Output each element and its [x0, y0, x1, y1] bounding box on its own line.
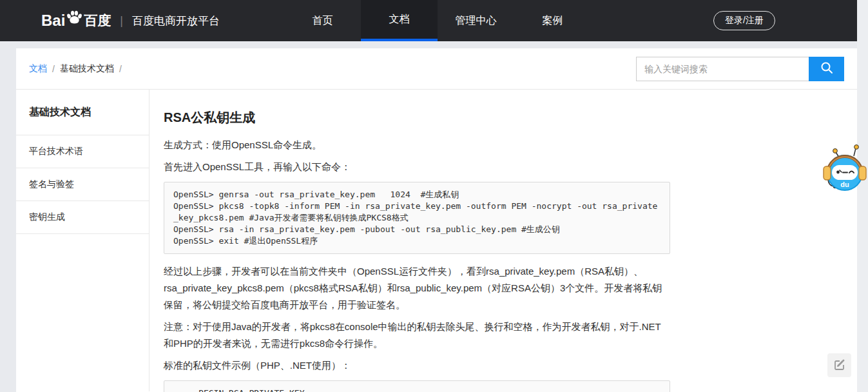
body-row: 基础技术文档 平台技术术语 签名与验签 密钥生成 RSA公私钥生成 生成方式：使…: [16, 90, 857, 391]
docs-sidebar: 基础技术文档 平台技术术语 签名与验签 密钥生成: [16, 90, 149, 391]
nav-item-management[interactable]: 管理中心: [438, 0, 514, 41]
code-block-private-key: -----BEGIN RSA PRIVATE KEY----- MIICXQIB…: [164, 380, 670, 392]
logo-text-bai: Bai: [41, 12, 65, 30]
site-name: 百度电商开放平台: [132, 14, 220, 28]
sidebar-title: 基础技术文档: [16, 90, 149, 135]
breadcrumb-separator: /: [119, 64, 122, 74]
code-block-openssl-commands: OpenSSL> genrsa -out rsa_private_key.pem…: [164, 182, 670, 254]
content-card: 文档 / 基础技术文档 / 基础技术文档 平台技术术语 签名与验签 密钥生成: [16, 48, 857, 392]
du-assistant-mascot[interactable]: du: [823, 142, 867, 193]
breadcrumb-row: 文档 / 基础技术文档 /: [16, 48, 857, 90]
feedback-edit-button[interactable]: [827, 353, 851, 377]
search-button[interactable]: [809, 57, 844, 81]
edit-pencil-icon: [833, 358, 846, 373]
search-group: [636, 57, 844, 81]
paragraph-intro: 首先进入OpenSSL工具，再输入以下命令：: [164, 159, 670, 175]
baidu-logo[interactable]: Bai 百度 | 百度电商开放平台: [41, 10, 220, 32]
main-nav: 首页 文档 管理中心 案例: [284, 0, 591, 41]
mascot-label: du: [840, 181, 849, 188]
search-icon: [820, 61, 834, 77]
sidebar-item-keygen[interactable]: 密钥生成: [16, 201, 149, 234]
scrollbar-track[interactable]: [857, 0, 868, 392]
doc-content: RSA公私钥生成 生成方式：使用OpenSSL命令生成。 首先进入OpenSSL…: [149, 90, 857, 391]
nav-item-cases[interactable]: 案例: [514, 0, 591, 41]
paragraph-steps: 经过以上步骤，开发者可以在当前文件夹中（OpenSSL运行文件夹），看到rsa_…: [164, 263, 670, 313]
breadcrumb-link-docs[interactable]: 文档: [29, 63, 47, 75]
login-register-button[interactable]: 登录/注册: [713, 11, 775, 30]
top-navbar: Bai 百度 | 百度电商开放平台 首页 文档 管理中心 案例 登录/注册: [0, 0, 857, 41]
breadcrumb-current: 基础技术文档: [60, 63, 114, 75]
logo-text-du: 百度: [84, 12, 111, 30]
nav-item-home[interactable]: 首页: [284, 0, 361, 41]
search-input[interactable]: [636, 57, 809, 81]
nav-item-docs[interactable]: 文档: [361, 0, 438, 41]
paragraph-method: 生成方式：使用OpenSSL命令生成。: [164, 137, 670, 153]
breadcrumb-separator: /: [52, 64, 55, 74]
page-title: RSA公私钥生成: [164, 109, 670, 126]
paragraph-example: 标准的私钥文件示例（PHP、.NET使用）：: [164, 357, 670, 374]
sidebar-item-terminology[interactable]: 平台技术术语: [16, 135, 149, 168]
logo-divider: |: [120, 14, 123, 28]
paragraph-note: 注意：对于使用Java的开发者，将pkcs8在console中输出的私钥去除头尾…: [164, 318, 670, 352]
sidebar-item-signature[interactable]: 签名与验签: [16, 168, 149, 201]
baidu-paw-icon: [66, 10, 82, 28]
